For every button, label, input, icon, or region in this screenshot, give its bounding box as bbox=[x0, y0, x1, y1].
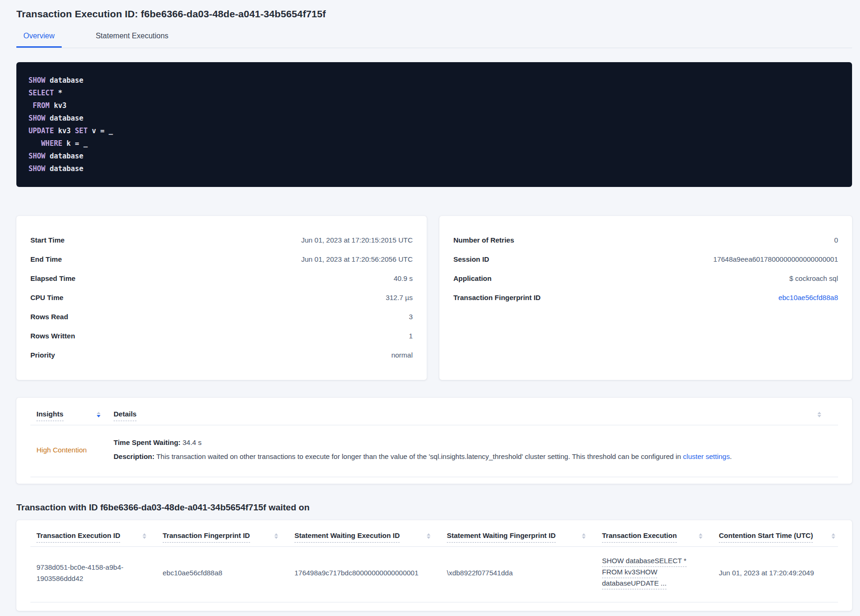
column-header-label[interactable]: Transaction Execution ID bbox=[36, 531, 120, 543]
sql-keyword: SHOW bbox=[29, 165, 45, 173]
summary-label: Elapsed Time bbox=[30, 273, 75, 284]
summary-label: Number of Retries bbox=[453, 235, 514, 246]
cluster-settings-link[interactable]: cluster settings bbox=[683, 452, 730, 460]
sort-down-icon bbox=[143, 537, 146, 539]
sort-up-icon bbox=[831, 533, 835, 536]
sort-icon[interactable] bbox=[427, 533, 430, 539]
description-label: Description: bbox=[114, 452, 155, 460]
summary-value: Jun 01, 2023 at 17:20:56:2056 UTC bbox=[301, 254, 413, 265]
transaction-execution-line[interactable]: FROM kv3SHOW bbox=[602, 567, 657, 578]
column-header-label[interactable]: Transaction Execution bbox=[602, 531, 677, 543]
summary-value: Jun 01, 2023 at 17:20:15:2015 UTC bbox=[301, 235, 413, 246]
sort-down-icon bbox=[817, 415, 821, 417]
waited-on-table-header: Transaction Execution ID Transaction Fin… bbox=[30, 520, 838, 547]
insight-row: High Contention Time Spent Waiting: 34.4… bbox=[30, 425, 838, 477]
sql-text: kv3 bbox=[50, 101, 66, 110]
summary-row: Start TimeJun 01, 2023 at 17:20:15:2015 … bbox=[30, 235, 413, 246]
transaction-details-page: Transaction Execution ID: f6be6366-da03-… bbox=[0, 0, 860, 611]
column-header: Transaction Execution ID bbox=[30, 531, 157, 543]
summary-cards: Start TimeJun 01, 2023 at 17:20:15:2015 … bbox=[16, 216, 852, 380]
summary-label: Start Time bbox=[30, 235, 64, 246]
sort-down-icon bbox=[831, 537, 835, 539]
summary-label: Session ID bbox=[453, 254, 489, 265]
summary-row: Application$ cockroach sql bbox=[453, 273, 838, 284]
sql-text: k = _ bbox=[62, 139, 87, 148]
sql-text: database bbox=[45, 165, 83, 173]
summary-value: normal bbox=[391, 350, 413, 361]
cell-statement-waiting-fingerprint-id: \xdb8922f077541dda bbox=[441, 567, 596, 579]
sql-statements-box: SHOW database SELECT * FROM kv3 SHOW dat… bbox=[16, 62, 852, 187]
sort-icon[interactable] bbox=[817, 412, 821, 417]
sort-up-icon bbox=[817, 412, 821, 414]
insight-details: Time Spent Waiting: 34.4 s Description: … bbox=[114, 436, 732, 464]
summary-row: Transaction Fingerprint IDebc10ae56cfd88… bbox=[453, 292, 838, 303]
summary-row: Rows Written1 bbox=[30, 330, 413, 342]
sql-line: SHOW database bbox=[29, 150, 838, 163]
details-header-label[interactable]: Details bbox=[114, 410, 136, 421]
sort-up-icon bbox=[97, 412, 100, 414]
sort-up-icon bbox=[274, 533, 278, 536]
transaction-execution-line[interactable]: databaseUPDATE ... bbox=[602, 579, 666, 589]
cell-transaction-execution-id: 9738d051-bc0e-4158-a9b4-1903586ddd42 bbox=[30, 562, 157, 584]
transaction-execution-line[interactable]: SHOW databaseSELECT * bbox=[602, 556, 687, 567]
summary-value: 312.7 µs bbox=[386, 292, 413, 303]
waiting-value: 34.4 s bbox=[180, 438, 201, 446]
sql-keyword: FROM bbox=[33, 101, 50, 110]
waiting-label: Time Spent Waiting: bbox=[114, 438, 180, 446]
summary-label: CPU Time bbox=[30, 292, 64, 303]
sql-text bbox=[29, 139, 41, 148]
transaction-fingerprint-link[interactable]: ebc10ae56cfd88a8 bbox=[778, 292, 838, 303]
sql-text: database bbox=[45, 152, 83, 160]
sort-icon[interactable] bbox=[274, 533, 278, 539]
sql-keyword: SHOW bbox=[29, 152, 45, 160]
column-header: Transaction Execution bbox=[596, 531, 713, 543]
sql-line: SELECT * bbox=[29, 87, 838, 100]
summary-value: 3 bbox=[409, 311, 413, 322]
summary-row: Session ID17648a9eea60178000000000000000… bbox=[453, 254, 838, 265]
sort-icon[interactable] bbox=[831, 533, 835, 539]
sort-down-icon bbox=[97, 415, 100, 417]
column-header: Contention Start Time (UTC) bbox=[713, 531, 838, 543]
sql-keyword: UPDATE bbox=[29, 127, 54, 135]
cell-transaction-execution-link[interactable]: SHOW databaseSELECT * FROM kv3SHOW datab… bbox=[596, 556, 713, 590]
column-header-label[interactable]: Transaction Fingerprint ID bbox=[163, 531, 250, 543]
sql-keyword: WHERE bbox=[41, 139, 62, 148]
summary-label: Transaction Fingerprint ID bbox=[453, 292, 541, 303]
sql-text bbox=[29, 101, 33, 110]
page-title: Transaction Execution ID: f6be6366-da03-… bbox=[16, 8, 852, 20]
tab-statement-executions[interactable]: Statement Executions bbox=[89, 32, 176, 48]
tab-overview[interactable]: Overview bbox=[16, 32, 62, 48]
insight-description: Description: This transaction waited on … bbox=[114, 450, 732, 464]
waited-on-heading: Transaction with ID f6be6366-da03-48de-a… bbox=[16, 502, 852, 513]
cell-statement-waiting-execution-id: 176498a9c717bdc80000000000000001 bbox=[288, 567, 441, 579]
summary-value: $ cockroach sql bbox=[789, 273, 838, 284]
tab-bar: Overview Statement Executions bbox=[16, 32, 852, 48]
cell-transaction-fingerprint-id: ebc10ae56cfd88a8 bbox=[157, 567, 288, 579]
column-header-label[interactable]: Statement Waiting Execution ID bbox=[294, 531, 400, 543]
sort-down-icon bbox=[427, 537, 430, 539]
insights-header-label[interactable]: Insights bbox=[36, 410, 64, 421]
sql-text: database bbox=[45, 76, 83, 85]
sort-icon[interactable] bbox=[143, 533, 146, 539]
insights-column-header: Insights bbox=[30, 410, 100, 421]
summary-value: 0 bbox=[834, 235, 838, 246]
column-header: Statement Waiting Fingerprint ID bbox=[441, 531, 596, 543]
sql-keyword: SET bbox=[75, 127, 87, 135]
insights-card: Insights Details High Contention Time Sp… bbox=[16, 398, 852, 484]
summary-row: End TimeJun 01, 2023 at 17:20:56:2056 UT… bbox=[30, 254, 413, 265]
sort-icon[interactable] bbox=[699, 533, 702, 539]
summary-row: Prioritynormal bbox=[30, 350, 413, 361]
time-spent-waiting: Time Spent Waiting: 34.4 s bbox=[114, 436, 732, 450]
details-column-header: Details bbox=[114, 410, 136, 421]
sort-up-icon bbox=[143, 533, 146, 536]
sort-icon[interactable] bbox=[97, 412, 100, 417]
sql-line: FROM kv3 bbox=[29, 100, 838, 112]
column-header-label[interactable]: Statement Waiting Fingerprint ID bbox=[447, 531, 556, 543]
summary-label: Application bbox=[453, 273, 492, 284]
sort-icon[interactable] bbox=[582, 533, 586, 539]
description-text: This transaction waited on other transac… bbox=[155, 452, 683, 460]
column-header-label[interactable]: Contention Start Time (UTC) bbox=[719, 531, 813, 543]
waited-on-table-card: Transaction Execution ID Transaction Fin… bbox=[16, 520, 852, 611]
insight-type-badge: High Contention bbox=[30, 446, 100, 454]
column-header: Transaction Fingerprint ID bbox=[157, 531, 288, 543]
